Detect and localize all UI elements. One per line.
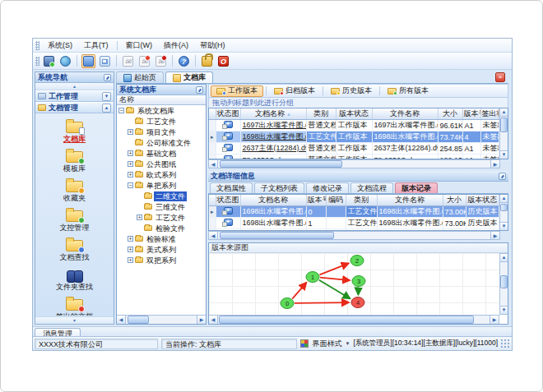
menu-item[interactable]: 帮助(H) [194, 39, 231, 52]
version-filter-button[interactable]: 归档版本 [269, 85, 320, 97]
table-row[interactable]: 2637主体(12284).dwg普通文档工作版本2637主体(12284).d… [209, 143, 499, 154]
scroll-left-icon[interactable]: ◀ [209, 160, 218, 168]
tree-expand-icon[interactable]: + [137, 214, 142, 220]
scroll-up-icon[interactable]: ▲ [500, 195, 508, 203]
folder-button[interactable] [81, 54, 95, 68]
table-row[interactable]: ▸1698出水嘴零件图.dwg0工艺文件1698出水嘴零件图.dwg73.00K… [209, 206, 499, 218]
version-node[interactable]: 3 [352, 276, 365, 287]
scroll-track[interactable] [500, 262, 508, 306]
monitor-button[interactable] [42, 54, 56, 68]
column-header[interactable]: 状态图 [216, 108, 240, 120]
row-selector[interactable] [209, 143, 216, 154]
chevron-up-icon[interactable]: ▲ [102, 104, 111, 113]
column-header[interactable]: 类别 [306, 108, 336, 120]
scroll-right-icon[interactable]: ▶ [197, 316, 206, 324]
version-filter-button[interactable]: 工作版本 [211, 85, 263, 97]
detail-tab[interactable]: 子文档列表 [254, 182, 304, 193]
sidebar-item-doc-search[interactable]: 文档查找 [36, 233, 113, 263]
version-node[interactable]: 4 [351, 297, 364, 308]
graph-horizontal-scrollbar[interactable]: ◀ ▶ [209, 315, 499, 324]
grid-vertical-scrollbar[interactable]: ▲ ▼ [499, 108, 508, 159]
row-selector[interactable]: ▸ [209, 206, 216, 218]
pin-icon[interactable] [104, 74, 111, 81]
globe-button[interactable] [58, 54, 72, 68]
scroll-left-icon[interactable]: ◀ [209, 316, 218, 324]
tree-node[interactable]: 二维文件 [117, 191, 206, 201]
version-node[interactable]: 2 [350, 256, 364, 266]
scroll-track[interactable] [126, 316, 197, 324]
tree-expand-icon[interactable]: + [128, 161, 133, 167]
scroll-thumb[interactable] [128, 316, 149, 324]
tree-node[interactable]: +检验标准 [117, 233, 206, 244]
scroll-track[interactable] [218, 316, 490, 324]
tree-node[interactable]: 工艺文件 [117, 116, 206, 127]
tree-expand-icon[interactable]: + [128, 129, 133, 135]
tab-start-page[interactable]: 起始页 [116, 71, 164, 83]
column-header[interactable]: 文档名称 [240, 195, 306, 206]
column-header[interactable]: 版本状态 [336, 108, 372, 120]
folder-table-button[interactable] [98, 54, 112, 68]
tree-node[interactable]: 公司标准文件 [117, 137, 206, 148]
tree-expand-icon[interactable]: + [128, 172, 133, 178]
tree-expand-icon[interactable]: + [128, 236, 133, 242]
column-header[interactable]: 版本号 [462, 108, 480, 120]
scroll-left-icon[interactable]: ◀ [117, 316, 126, 324]
interface-style-button[interactable]: 界面样式 [312, 339, 341, 349]
tree-expand-icon[interactable]: + [128, 150, 133, 156]
detail-tab[interactable]: 文档流程 [350, 182, 393, 193]
lock-button[interactable] [200, 54, 214, 68]
column-header[interactable]: 类别 [346, 195, 377, 206]
scroll-thumb[interactable] [220, 160, 342, 168]
version-filter-button[interactable]: 历史版本 [326, 85, 377, 97]
column-header[interactable]: 状态图 [216, 195, 240, 206]
column-header[interactable]: 文档名称▲ [240, 108, 306, 120]
toolbar-grip[interactable] [35, 41, 39, 50]
menu-item[interactable]: 系统(S) [42, 39, 78, 52]
sidebar-collapse-up-button[interactable] [35, 83, 114, 90]
mail-3-button[interactable] [154, 54, 168, 68]
column-header[interactable]: 文件名称 [372, 108, 438, 120]
table-row[interactable]: 1698出水嘴零件图.dwg1工艺文件1698出水嘴零件图.dwg73.00KB… [209, 218, 499, 229]
tree-node[interactable]: 检验文件 [117, 223, 206, 233]
menu-item[interactable]: 工具(T) [78, 39, 114, 52]
scroll-up-icon[interactable]: ▲ [500, 108, 508, 117]
tree-node[interactable]: +基础文档 [117, 148, 206, 159]
detail-tab[interactable]: 版本记录 [395, 182, 438, 193]
column-header[interactable]: 版本状态 [466, 195, 499, 206]
grid-horizontal-scrollbar[interactable]: ◀ ▶ [208, 231, 500, 240]
sidebar-section-expanded[interactable]: 文档管理▲ [35, 102, 114, 113]
scroll-up-icon[interactable]: ▲ [500, 254, 508, 262]
tree-collapse-icon[interactable]: − [128, 182, 133, 188]
scroll-thumb[interactable] [500, 204, 508, 211]
table-row[interactable]: 1697出水嘴零件图.dwg普通文档工作版本1697出水嘴零件图.dwg96.6… [209, 120, 499, 131]
scroll-track[interactable] [218, 232, 490, 239]
scroll-track[interactable] [218, 160, 490, 168]
grid-horizontal-scrollbar[interactable]: ◀ ▶ [208, 159, 500, 168]
column-header[interactable]: 大小 [438, 108, 462, 120]
scroll-thumb[interactable] [219, 316, 474, 324]
sidebar-item-checked-out-docs[interactable]: 签出的文档 [36, 293, 113, 316]
mail-button[interactable] [121, 54, 135, 68]
tree-node[interactable]: −系统文档库 [117, 105, 206, 116]
scroll-thumb[interactable] [500, 118, 508, 132]
row-selector[interactable] [209, 218, 216, 229]
sidebar-item-folder-search[interactable]: 文件夹查找 [36, 263, 113, 293]
column-header[interactable]: 签出状态 [480, 108, 499, 120]
tree-node[interactable]: +双把系列 [117, 255, 206, 265]
detail-tab[interactable]: 修改记录 [306, 182, 349, 193]
interface-style-icon[interactable] [300, 339, 309, 348]
tree-node[interactable]: −单把系列 [117, 180, 206, 191]
pin-icon[interactable] [499, 173, 506, 180]
column-header[interactable]: 文件名称 [377, 195, 443, 206]
tree-column-header[interactable]: 名称 [117, 95, 206, 105]
version-node[interactable]: 0 [281, 298, 294, 309]
scroll-down-icon[interactable]: ▼ [500, 150, 508, 159]
column-header[interactable]: 版本号 [306, 195, 326, 206]
scroll-down-icon[interactable]: ▼ [500, 222, 508, 230]
version-node[interactable]: 1 [306, 272, 319, 283]
menu-item[interactable]: 插件(A) [158, 39, 194, 52]
tree-collapse-icon[interactable]: − [118, 108, 124, 113]
scroll-track[interactable] [500, 117, 508, 150]
scroll-thumb[interactable] [500, 275, 508, 288]
tree-node[interactable]: +美式系列 [117, 244, 206, 255]
